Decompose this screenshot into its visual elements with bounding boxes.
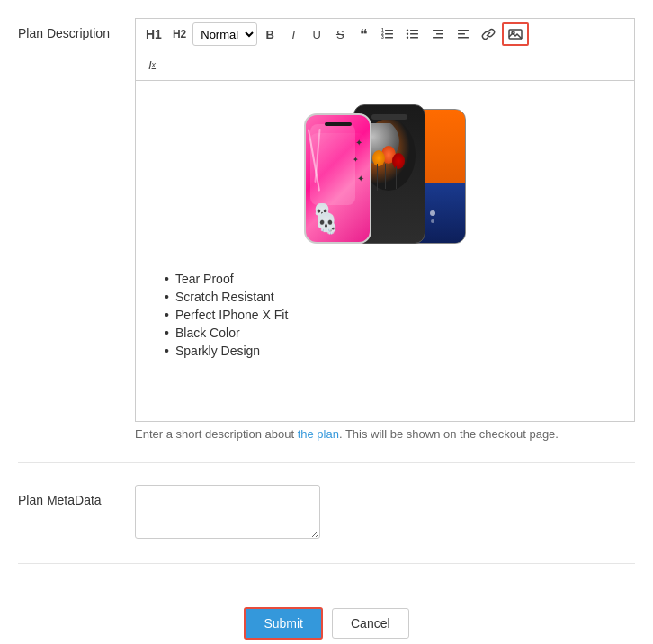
indent-decrease-icon [431, 27, 445, 41]
svg-rect-7 [410, 33, 418, 35]
helper-text-link: the plan [298, 427, 339, 441]
ordered-list-button[interactable]: 1 2 3 [376, 22, 399, 46]
svg-rect-16 [458, 33, 465, 35]
underline-button[interactable]: U [306, 22, 327, 46]
submit-button[interactable]: Submit [244, 607, 323, 640]
editor-area[interactable]: 💀 💀 ✦ ✦ ✦ Tear Proof Scratch Resistant P… [135, 80, 635, 422]
phone-cases-image: 💀 💀 ✦ ✦ ✦ [295, 95, 475, 257]
button-row: Submit Cancel [18, 600, 635, 640]
phone-case-left: 💀 💀 ✦ ✦ ✦ [304, 113, 371, 244]
strikethrough-button[interactable]: S [329, 22, 351, 46]
svg-rect-1 [385, 33, 393, 35]
editor-toolbar: H1 H2 Normal B I U S ❝ 1 2 3 [135, 18, 635, 49]
svg-point-9 [407, 30, 408, 31]
svg-rect-2 [385, 37, 393, 39]
ol-icon: 1 2 3 [380, 27, 395, 41]
svg-point-10 [407, 33, 408, 35]
list-item: Tear Proof [165, 272, 620, 286]
image-icon [508, 27, 523, 41]
metadata-input[interactable] [135, 485, 320, 539]
plan-description-label: Plan Description [18, 18, 135, 43]
svg-rect-14 [433, 37, 443, 39]
bold-button[interactable]: B [259, 22, 281, 46]
svg-rect-12 [433, 30, 443, 31]
plan-metadata-label: Plan MetaData [18, 485, 135, 510]
clear-format-button[interactable]: Ix [141, 53, 163, 76]
cancel-button[interactable]: Cancel [332, 608, 409, 639]
svg-rect-0 [385, 30, 393, 31]
list-item: Perfect IPhone X Fit [165, 308, 620, 322]
plan-metadata-row: Plan MetaData [18, 485, 635, 564]
feature-bullet-list: Tear Proof Scratch Resistant Perfect IPh… [150, 272, 620, 358]
svg-rect-8 [410, 37, 418, 39]
indent-increase-icon [456, 27, 470, 41]
indent-decrease-button[interactable] [426, 22, 450, 46]
svg-rect-17 [458, 37, 469, 39]
svg-rect-15 [458, 30, 469, 31]
editor-toolbar-wrapper: H1 H2 Normal B I U S ❝ 1 2 3 [135, 18, 635, 80]
link-button[interactable] [477, 22, 500, 46]
blockquote-button[interactable]: ❝ [353, 22, 374, 46]
helper-text: Enter a short description about the plan… [135, 427, 635, 441]
image-button[interactable] [502, 22, 529, 46]
svg-text:3: 3 [381, 34, 384, 40]
h2-button[interactable]: H2 [168, 22, 191, 46]
indent-increase-button[interactable] [452, 22, 475, 46]
link-icon [481, 27, 496, 41]
list-item: Sparkly Design [165, 344, 620, 358]
ul-icon [406, 27, 420, 41]
svg-point-11 [407, 37, 408, 39]
svg-rect-13 [436, 33, 443, 35]
editor-toolbar-row2: Ix [135, 49, 635, 80]
list-item: Black Color [165, 326, 620, 340]
h1-button[interactable]: H1 [141, 22, 166, 46]
italic-button[interactable]: I [282, 22, 304, 46]
plan-metadata-content [135, 485, 635, 541]
editor-image-container: 💀 💀 ✦ ✦ ✦ [150, 95, 620, 257]
format-select[interactable]: Normal [192, 22, 257, 46]
list-item: Scratch Resistant [165, 290, 620, 304]
unordered-list-button[interactable] [401, 22, 425, 46]
plan-description-content: H1 H2 Normal B I U S ❝ 1 2 3 [135, 18, 635, 441]
svg-rect-6 [410, 30, 418, 31]
plan-description-row: Plan Description H1 H2 Normal B I U S ❝ [18, 18, 635, 463]
